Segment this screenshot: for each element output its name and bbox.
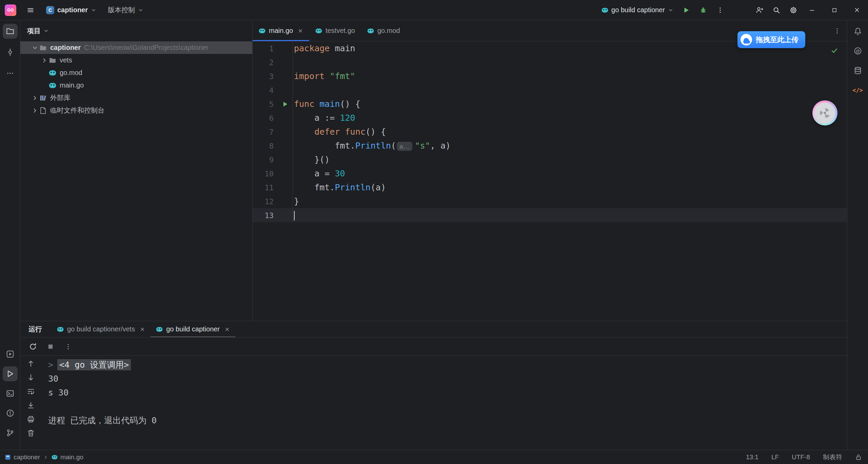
run-more-options-button[interactable] xyxy=(64,342,73,351)
code-with-me-button[interactable] xyxy=(752,3,767,18)
notifications-button[interactable] xyxy=(850,24,865,39)
gutter-line-3[interactable]: 3 xyxy=(253,69,293,83)
tree-item-captioner[interactable]: captionerC:\Users\meow\GolandProjects\ca… xyxy=(20,41,252,54)
code-line-5[interactable]: 5func main() { xyxy=(253,97,847,111)
code-line-8[interactable]: 8 fmt.Println(a…"s", a) xyxy=(253,139,847,153)
code-text[interactable] xyxy=(293,55,847,69)
code-text[interactable]: a := 120 xyxy=(293,111,847,125)
close-icon[interactable] xyxy=(298,28,303,34)
commit-tool-button[interactable] xyxy=(3,45,18,60)
floating-ball-overlay[interactable] xyxy=(812,100,837,125)
gutter-line-1[interactable]: 1 xyxy=(253,41,293,55)
file-encoding[interactable]: UTF-8 xyxy=(792,453,810,461)
code-text[interactable]: fmt.Println(a…"s", a) xyxy=(293,139,847,153)
terminal-tool-button[interactable] xyxy=(3,386,18,401)
more-tool-windows-button[interactable] xyxy=(3,66,18,81)
stop-button[interactable] xyxy=(46,342,55,351)
breadcrumb-main.go[interactable]: main.go xyxy=(52,453,83,461)
problems-tool-button[interactable] xyxy=(3,406,18,421)
readonly-lock-icon[interactable] xyxy=(855,454,862,461)
indent-style[interactable]: 制表符 xyxy=(823,453,842,462)
run-button[interactable] xyxy=(679,3,694,18)
gutter-line-8[interactable]: 8 xyxy=(253,139,293,153)
inspections-ok-icon[interactable] xyxy=(831,47,838,54)
clear-console-button[interactable] xyxy=(26,428,36,438)
code-line-9[interactable]: 9 }() xyxy=(253,153,847,167)
close-icon[interactable] xyxy=(140,327,145,332)
run-config-selector[interactable]: go build captioner xyxy=(598,3,677,17)
code-line-13[interactable]: 13 xyxy=(253,208,847,222)
project-panel-header[interactable]: 项目 xyxy=(20,20,252,41)
print-button[interactable] xyxy=(26,414,36,424)
gutter-line-13[interactable]: 13 xyxy=(253,208,293,222)
code-editor[interactable]: 1package main23import "fmt"45func main()… xyxy=(253,41,847,321)
code-line-6[interactable]: 6 a := 120 xyxy=(253,111,847,125)
debug-button[interactable] xyxy=(696,3,711,18)
vcs-widget[interactable]: 版本控制 xyxy=(104,3,147,17)
code-text[interactable]: fmt.Println(a) xyxy=(293,180,847,194)
maximize-button[interactable] xyxy=(823,0,846,20)
code-text[interactable] xyxy=(293,83,847,97)
code-line-3[interactable]: 3import "fmt" xyxy=(253,69,847,83)
fold-arrow-icon[interactable]: > xyxy=(48,360,53,370)
run-tab-go build captioner/vets[interactable]: go build captioner/vets xyxy=(52,321,151,337)
code-text[interactable]: func main() { xyxy=(293,97,847,111)
soft-wrap-button[interactable] xyxy=(26,386,36,397)
git-tool-button[interactable] xyxy=(3,425,18,440)
editor-tab-main.go[interactable]: main.go xyxy=(253,20,309,41)
run-gutter-icon[interactable] xyxy=(282,101,289,108)
line-separator[interactable]: LF xyxy=(771,453,779,461)
next-occurrence-button[interactable] xyxy=(26,372,36,383)
editor-tab-testvet.go[interactable]: testvet.go xyxy=(309,20,361,41)
editor-tab-go.mod[interactable]: go.mod xyxy=(361,20,406,41)
code-line-2[interactable]: 2 xyxy=(253,55,847,69)
tree-item-main.go[interactable]: main.go xyxy=(20,79,252,92)
database-button[interactable] xyxy=(850,63,865,78)
more-run-actions-button[interactable] xyxy=(713,3,728,18)
tree-item-vets[interactable]: vets xyxy=(20,54,252,66)
code-text[interactable]: } xyxy=(293,194,847,208)
chevron-right-icon[interactable] xyxy=(31,107,39,114)
project-selector[interactable]: C captioner xyxy=(43,3,100,17)
code-text[interactable]: defer func() { xyxy=(293,125,847,139)
project-tool-button[interactable] xyxy=(3,24,18,39)
tree-item-临时文件和控制台[interactable]: 临时文件和控制台 xyxy=(20,104,252,117)
gutter-line-12[interactable]: 12 xyxy=(253,194,293,208)
chevron-down-icon[interactable] xyxy=(31,44,39,51)
code-line-7[interactable]: 7 defer func() { xyxy=(253,125,847,139)
gutter-line-10[interactable]: 10 xyxy=(253,167,293,180)
ai-assistant-button[interactable]: @ xyxy=(850,43,865,58)
code-line-10[interactable]: 10 a = 30 xyxy=(253,167,847,180)
rerun-button[interactable] xyxy=(28,342,37,351)
prev-occurrence-button[interactable] xyxy=(26,359,36,369)
services-tool-button[interactable] xyxy=(3,347,18,362)
search-everywhere-button[interactable] xyxy=(769,3,784,18)
run-console[interactable]: ><4 go 设置调用>30s 30 进程 已完成，退出代码为 0 xyxy=(41,356,847,450)
minimize-button[interactable] xyxy=(801,0,823,20)
tree-item-外部库[interactable]: 外部库 xyxy=(20,92,252,104)
markup-tool-button[interactable]: </> xyxy=(850,83,865,98)
code-text[interactable]: import "fmt" xyxy=(293,69,847,83)
settings-button[interactable] xyxy=(786,3,801,18)
run-tab-go build captioner[interactable]: go build captioner xyxy=(151,321,235,337)
code-line-12[interactable]: 12} xyxy=(253,194,847,208)
code-text[interactable]: a = 30 xyxy=(293,167,847,180)
run-tool-button[interactable] xyxy=(3,366,18,381)
gutter-line-6[interactable]: 6 xyxy=(253,111,293,125)
code-line-4[interactable]: 4 xyxy=(253,83,847,97)
tree-item-go.mod[interactable]: go.mod xyxy=(20,66,252,79)
netdisk-upload-overlay[interactable]: 拖拽至此上传 xyxy=(737,31,805,48)
main-menu-button[interactable] xyxy=(23,3,38,18)
breadcrumb-captioner[interactable]: captioner xyxy=(5,453,40,461)
code-text[interactable]: }() xyxy=(293,153,847,167)
gutter-line-4[interactable]: 4 xyxy=(253,83,293,97)
gutter-line-11[interactable]: 11 xyxy=(253,180,293,194)
gutter-line-7[interactable]: 7 xyxy=(253,125,293,139)
gutter-line-9[interactable]: 9 xyxy=(253,153,293,167)
chevron-right-icon[interactable] xyxy=(40,57,49,64)
scroll-to-end-button[interactable] xyxy=(26,400,36,410)
code-text[interactable] xyxy=(293,208,847,222)
gutter-line-2[interactable]: 2 xyxy=(253,55,293,69)
close-icon[interactable] xyxy=(224,327,230,332)
tab-options-button[interactable] xyxy=(833,26,842,35)
